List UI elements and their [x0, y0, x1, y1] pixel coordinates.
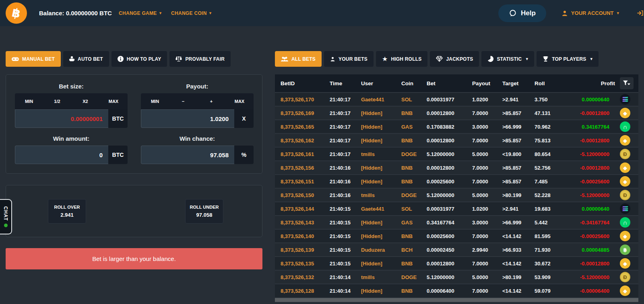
coin-cell: SOL — [401, 206, 427, 212]
change-coin-menu[interactable]: CHANGE COIN ▾ — [171, 0, 211, 26]
bet-size-input[interactable] — [15, 109, 108, 128]
bet-min-button[interactable]: MIN — [15, 93, 43, 109]
roll-under-button[interactable]: ROLL UNDER 97.058 — [185, 199, 223, 224]
roll-over-button[interactable]: ROLL OVER 2.941 — [48, 199, 86, 224]
user-cell[interactable]: [Hidden] — [361, 261, 401, 267]
bet-cell: 0.00012800 — [427, 165, 472, 171]
bet-row[interactable]: 8,373,526,161 21:40:17 tmills DOGE 5.120… — [275, 147, 638, 160]
bet-row[interactable]: 8,373,526,135 21:40:15 [Hidden] BNB 0.00… — [275, 256, 638, 270]
bet-row[interactable]: 8,373,526,139 21:40:15 Duduzera BCH 0.00… — [275, 242, 638, 256]
bet-row[interactable]: 8,373,526,169 21:40:17 [Hidden] BNB 0.00… — [275, 106, 638, 119]
target-cell: <14.142 — [502, 261, 535, 267]
bet-id-cell[interactable]: 8,373,526,150 — [281, 192, 330, 198]
payout-input[interactable] — [141, 109, 234, 128]
doge-coin-icon: Ð — [620, 149, 630, 159]
tab-how-to-play[interactable]: HOW TO PLAY — [111, 51, 167, 67]
payout-cell: 7.0000 — [472, 261, 502, 267]
bet-id-cell[interactable]: 8,373,526,135 — [281, 261, 330, 267]
user-cell[interactable]: Gaete441 — [361, 206, 401, 212]
bet-row[interactable]: 8,373,526,143 21:40:15 [Hidden] GAS 0.34… — [275, 215, 638, 229]
bet-row[interactable]: 8,373,526,150 21:40:16 tmills DOGE 5.120… — [275, 188, 638, 201]
tab-provably-fair[interactable]: PROVABLY FAIR — [169, 51, 231, 67]
user-cell[interactable]: [Hidden] — [361, 138, 401, 144]
roll-cell: 75.813 — [535, 138, 567, 144]
bet-row[interactable]: 8,373,526,132 21:40:14 tmills DOGE 5.120… — [275, 270, 638, 283]
user-cell[interactable]: tmills — [361, 192, 401, 198]
tab-top-players[interactable]: TOP PLAYERS ▾ — [537, 51, 599, 67]
tab-label: HIGH ROLLS — [391, 56, 421, 62]
bet-row[interactable]: 8,373,526,162 21:40:17 [Hidden] BNB 0.00… — [275, 133, 638, 147]
bet-id-cell[interactable]: 8,373,526,169 — [281, 110, 330, 116]
bet-half-button[interactable]: 1/2 — [43, 93, 71, 109]
tab-all-bets[interactable]: ALL BETS — [275, 51, 322, 67]
bet-id-cell[interactable]: 8,373,526,170 — [281, 97, 330, 103]
change-game-menu[interactable]: CHANGE GAME ▾ — [119, 0, 161, 26]
payout-min-button[interactable]: MIN — [141, 93, 169, 109]
bet-row[interactable]: 8,373,526,165 21:40:17 [Hidden] GAS 0.17… — [275, 119, 638, 133]
target-cell: >66.999 — [502, 124, 535, 130]
user-cell[interactable]: [Hidden] — [361, 233, 401, 239]
payout-increase-button[interactable]: + — [197, 93, 225, 109]
bet-cell: 0.00012800 — [427, 110, 472, 116]
tab-manual-bet[interactable]: MANUAL BET — [6, 51, 61, 67]
payout-decrease-button[interactable]: − — [169, 93, 197, 109]
roll-cell: 19.683 — [535, 206, 567, 212]
bet-id-cell[interactable]: 8,373,526,139 — [281, 247, 330, 253]
user-cell[interactable]: [Hidden] — [361, 124, 401, 130]
win-chance-control: Win chance: % — [141, 135, 254, 164]
profit-cell: -0.00012800 — [567, 165, 620, 171]
bet-row[interactable]: 8,373,526,170 21:40:17 Gaete441 SOL 0.00… — [275, 92, 638, 106]
bet-row[interactable]: 8,373,526,128 21:40:14 [Hidden] BNB 0.00… — [275, 283, 638, 297]
your-account-menu[interactable]: YOUR ACCOUNT ▾ — [561, 10, 619, 16]
profit-cell: 0.00004885 — [567, 247, 620, 253]
bet-id-cell[interactable]: 8,373,526,165 — [281, 124, 330, 130]
tab-auto-bet[interactable]: AUTO BET — [63, 51, 109, 67]
user-cell[interactable]: [Hidden] — [361, 179, 401, 185]
time-cell: 21:40:15 — [330, 247, 361, 253]
bet-id-cell[interactable]: 8,373,526,140 — [281, 233, 330, 239]
tab-high-rolls[interactable]: ★ HIGH ROLLS — [376, 51, 428, 67]
user-cell[interactable]: Duduzera — [361, 247, 401, 253]
user-cell[interactable]: tmills — [361, 274, 401, 280]
win-amount-input[interactable] — [15, 146, 108, 164]
tab-your-bets[interactable]: YOUR BETS — [324, 51, 374, 67]
user-cell[interactable]: [Hidden] — [361, 165, 401, 171]
bet-id-cell[interactable]: 8,373,526,132 — [281, 274, 330, 280]
help-button[interactable]: Help — [498, 4, 546, 22]
win-chance-input[interactable] — [141, 146, 234, 164]
bet-row[interactable]: 8,373,526,140 21:40:15 [Hidden] BNB 0.00… — [275, 229, 638, 242]
bet-row[interactable]: 8,373,526,156 21:40:16 [Hidden] BNB 0.00… — [275, 160, 638, 174]
coin-cell: BNB — [401, 261, 427, 267]
roll-cell: 81.595 — [535, 233, 567, 239]
bet-id-cell[interactable]: 8,373,526,143 — [281, 220, 330, 226]
bet-id-cell[interactable]: 8,373,526,128 — [281, 288, 330, 294]
change-coin-label: CHANGE COIN — [171, 10, 207, 16]
bet-id-cell[interactable]: 8,373,526,144 — [281, 206, 330, 212]
user-cell[interactable]: tmills — [361, 151, 401, 157]
bet-row[interactable]: 8,373,526,151 21:40:16 [Hidden] BNB 0.00… — [275, 174, 638, 188]
tab-label: AUTO BET — [78, 56, 103, 62]
logout-button[interactable]: LOGOUT — [637, 10, 644, 16]
user-cell[interactable]: [Hidden] — [361, 110, 401, 116]
user-cell[interactable]: [Hidden] — [361, 220, 401, 226]
bet-id-cell[interactable]: 8,373,526,162 — [281, 138, 330, 144]
profit-cell: 0.00000640 — [567, 97, 620, 103]
chat-tab[interactable]: CHAT — [0, 199, 12, 234]
bet-id-cell[interactable]: 8,373,526,161 — [281, 151, 330, 157]
bet-id-cell[interactable]: 8,373,526,151 — [281, 179, 330, 185]
bitcoin-logo-icon[interactable]: ฿ — [6, 2, 27, 24]
user-cell[interactable]: Gaete441 — [361, 97, 401, 103]
bet-row[interactable]: 8,373,526,144 21:40:15 Gaete441 SOL 0.00… — [275, 201, 638, 215]
payout-cell: 5.0000 — [472, 192, 502, 198]
bet-double-button[interactable]: X2 — [71, 93, 99, 109]
sol-coin-icon — [620, 94, 630, 105]
bet-id-cell[interactable]: 8,373,526,156 — [281, 165, 330, 171]
tab-statistic[interactable]: STATISTIC ▾ — [481, 51, 534, 67]
payout-max-button[interactable]: MAX — [225, 93, 254, 109]
filter-button[interactable] — [620, 77, 634, 89]
bet-mode-tabs: MANUAL BET AUTO BET HOW TO PLAY PROVABLY… — [6, 51, 262, 67]
your-account-label: YOUR ACCOUNT — [571, 10, 614, 16]
tab-jackpots[interactable]: JACKPOTS — [430, 51, 479, 67]
bet-max-button[interactable]: MAX — [99, 93, 128, 109]
user-cell[interactable]: [Hidden] — [361, 288, 401, 294]
